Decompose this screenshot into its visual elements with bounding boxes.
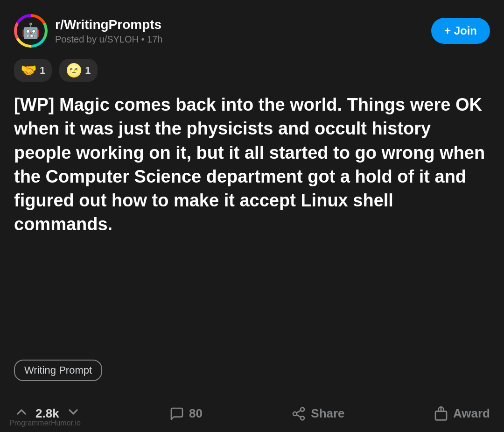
- writing-prompt-tag[interactable]: Writing Prompt: [14, 360, 102, 381]
- moon-award-count: 1: [85, 64, 91, 77]
- footer-credit: ProgrammerHumor.io: [9, 419, 81, 427]
- comments-button[interactable]: 80: [169, 406, 203, 421]
- award-icon: [434, 406, 448, 421]
- join-button[interactable]: + Join: [431, 18, 490, 44]
- subreddit-info: 🤖 r/WritingPrompts Posted by u/SYLOH • 1…: [14, 14, 162, 48]
- svg-rect-5: [435, 411, 447, 420]
- share-label: Share: [311, 406, 344, 421]
- handshake-award-icon: 🤝: [21, 63, 37, 78]
- avatar-inner: 🤖: [17, 17, 45, 45]
- moon-award-icon: 🌝: [66, 63, 82, 78]
- svg-line-3: [297, 415, 301, 417]
- comment-icon: [169, 406, 184, 421]
- action-bar: 2.8k 80 Share: [14, 400, 490, 423]
- award-button[interactable]: Award: [434, 406, 490, 421]
- award-label: Award: [453, 406, 490, 421]
- svg-line-4: [297, 410, 301, 412]
- share-icon: [291, 406, 306, 421]
- post-container: 🤖 r/WritingPrompts Posted by u/SYLOH • 1…: [0, 0, 504, 432]
- post-meta: Posted by u/SYLOH • 17h: [55, 34, 162, 45]
- subreddit-name[interactable]: r/WritingPrompts: [55, 17, 162, 32]
- awards-row: 🤝 1 🌝 1: [14, 59, 490, 82]
- award-item-moon: 🌝 1: [59, 59, 97, 82]
- downvote-icon: [66, 404, 81, 419]
- award-item-handshake: 🤝 1: [14, 59, 52, 82]
- upvote-icon: [14, 404, 29, 419]
- handshake-award-count: 1: [40, 64, 45, 77]
- subreddit-text: r/WritingPrompts Posted by u/SYLOH • 17h: [55, 17, 162, 45]
- share-button[interactable]: Share: [291, 406, 344, 421]
- tag-container: Writing Prompt: [14, 360, 490, 381]
- subreddit-avatar: 🤖: [14, 14, 48, 48]
- post-header: 🤖 r/WritingPrompts Posted by u/SYLOH • 1…: [14, 14, 490, 48]
- comment-count: 80: [189, 406, 203, 421]
- post-title: [WP] Magic comes back into the world. Th…: [14, 93, 490, 347]
